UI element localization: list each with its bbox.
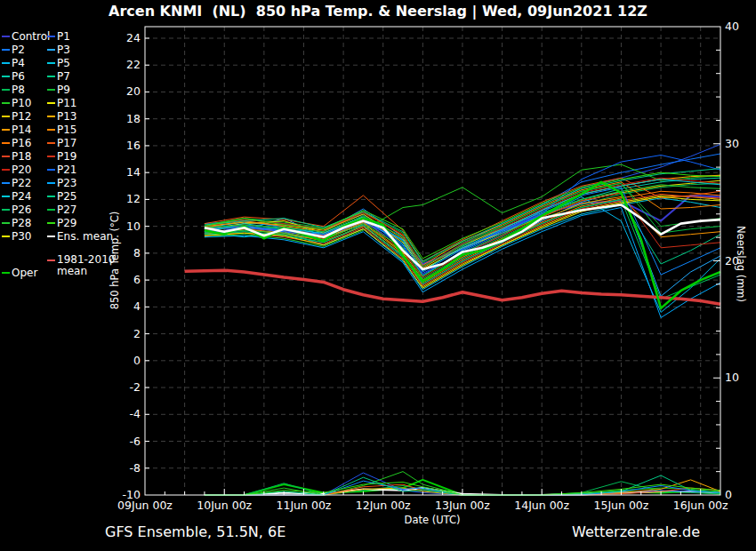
y-left-tick-label: -8 — [109, 461, 141, 475]
y-left-tick-label: 2 — [109, 327, 141, 340]
y-left-tick-label: -2 — [109, 380, 141, 394]
x-axis-title: Date (UTC) — [361, 514, 503, 526]
y-left-tick-label: 18 — [109, 112, 141, 125]
x-tick-label: 14Jun 00z — [504, 499, 579, 512]
x-tick-label: 13Jun 00z — [425, 499, 500, 512]
footer-site-name: Wetterzentrale.de — [572, 523, 700, 540]
y-right-tick-label: 30 — [725, 137, 752, 150]
y-axis-left-title: 850 hPa Temp. (°C) — [109, 212, 121, 310]
y-left-tick-label: 12 — [109, 192, 141, 205]
y-right-tick-label: 40 — [725, 20, 752, 33]
y-left-tick-label: 22 — [109, 58, 141, 71]
y-right-tick-label: 10 — [725, 371, 752, 384]
y-left-tick-label: 14 — [109, 165, 141, 179]
x-tick-label: 15Jun 00z — [583, 499, 658, 512]
x-tick-label: 10Jun 00z — [187, 499, 261, 512]
y-left-tick-label: 20 — [109, 84, 141, 98]
y-left-tick-label: 24 — [109, 31, 141, 44]
x-tick-label: 11Jun 00z — [266, 499, 341, 512]
y-axis-right-title: Neerslag (mm) — [735, 226, 747, 302]
y-left-tick-label: -6 — [109, 435, 141, 448]
x-tick-label: 09Jun 00z — [108, 499, 182, 512]
footer-model-info: GFS Ensemble, 51.5N, 6E — [105, 523, 286, 540]
y-left-tick-label: 16 — [109, 139, 141, 152]
y-left-tick-label: -4 — [109, 407, 141, 420]
y-left-tick-label: 0 — [109, 354, 141, 367]
x-tick-label: 12Jun 00z — [346, 499, 421, 512]
x-tick-label: 16Jun 00z — [664, 499, 738, 512]
